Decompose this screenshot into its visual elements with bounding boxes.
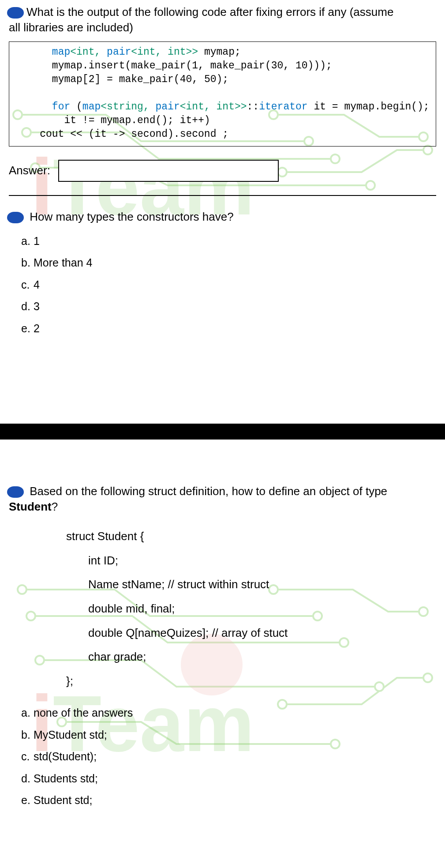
q2-option-c[interactable]: c.4: [21, 274, 436, 296]
question-bullet-icon: [7, 212, 24, 223]
page-1: iTeam What is the output of the followin…: [0, 0, 445, 424]
struct-line: struct Student {: [66, 524, 436, 549]
q3-struct-block: struct Student { int ID; Name stName; //…: [66, 524, 436, 693]
q2-option-a[interactable]: a.1: [21, 231, 436, 252]
answer-input[interactable]: [58, 160, 279, 182]
q2-option-d[interactable]: d.3: [21, 296, 436, 317]
q2-options: a.1 b.More than 4 c.4 d.3 e.2: [21, 231, 436, 339]
q3-option-a[interactable]: a.none of the answers: [21, 703, 436, 724]
page-2: iTeam Based on the following struct defi…: [0, 440, 445, 825]
answer-row: Answer:: [9, 160, 436, 182]
struct-line: Name stName; // struct within struct: [88, 572, 436, 597]
q1-prompt: What is the output of the following code…: [9, 4, 436, 35]
struct-line: char grade;: [88, 645, 436, 669]
q3-options: a.none of the answers b.MyStudent std; c…: [21, 703, 436, 811]
q3-option-e[interactable]: e.Student std;: [21, 790, 436, 811]
q2-prompt: How many types the constructors have?: [9, 209, 436, 225]
struct-line: double Q[nameQuizes]; // array of stuct: [88, 621, 436, 645]
q3-option-d[interactable]: d.Students std;: [21, 768, 436, 789]
struct-line: double mid, final;: [88, 597, 436, 621]
page-divider: [0, 424, 445, 440]
answer-label: Answer:: [9, 164, 50, 177]
question-bullet-icon: [7, 486, 24, 498]
q2-option-b[interactable]: b.More than 4: [21, 252, 436, 274]
struct-line: };: [66, 669, 436, 693]
q3-option-c[interactable]: c.std(Student);: [21, 746, 436, 767]
q1-code-block: map<int, pair<int, int>> mymap; mymap.in…: [9, 41, 436, 146]
separator-line: [9, 195, 436, 196]
q3-prompt: Based on the following struct definition…: [9, 484, 436, 515]
q3-option-b[interactable]: b.MyStudent std;: [21, 725, 436, 746]
q2-option-e[interactable]: e.2: [21, 318, 436, 339]
struct-line: int ID;: [88, 549, 436, 573]
question-bullet-icon: [7, 7, 24, 19]
